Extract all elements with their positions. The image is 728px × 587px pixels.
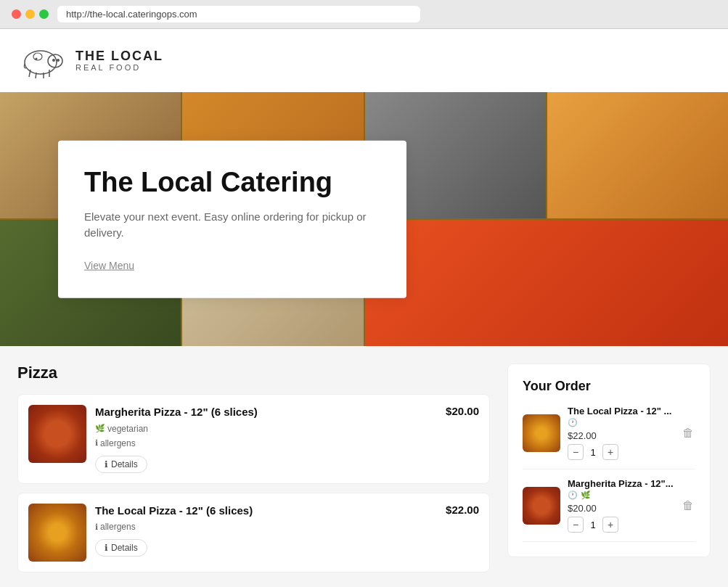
fullscreen-button[interactable]	[39, 9, 49, 19]
margherita-allergens: ℹ allergens	[95, 438, 479, 448]
order-local-pizza-price: $22.00	[568, 430, 674, 441]
allergens-tag-1: ℹ allergens	[95, 438, 136, 448]
browser-chrome: http://the-local.cateringops.com	[0, 0, 728, 29]
details-label-2: Details	[111, 543, 138, 553]
allergens-label-1: allergens	[100, 438, 136, 448]
food-tile-7	[365, 220, 729, 346]
svg-point-3	[52, 59, 55, 62]
hero-subtitle: Elevate your next event. Easy online ord…	[84, 208, 375, 241]
logo-main-text: THE LOCAL	[75, 49, 163, 64]
details-label-1: Details	[111, 459, 138, 469]
order-margherita-meta: 🕐 🌿	[568, 490, 674, 500]
address-bar[interactable]: http://the-local.cateringops.com	[57, 6, 420, 22]
decrease-qty-local-pizza[interactable]: −	[568, 444, 584, 460]
margherita-details: Margherita Pizza - 12" (6 slices) $20.00…	[95, 405, 479, 473]
order-sidebar: Your Order The Local Pizza - 12" ... 🕐 $…	[507, 364, 711, 572]
view-menu-button[interactable]: View Menu	[84, 259, 134, 271]
order-local-pizza-meta: 🕐	[568, 418, 674, 427]
margherita-price: $20.00	[446, 405, 479, 417]
order-card: Your Order The Local Pizza - 12" ... 🕐 $…	[507, 364, 711, 557]
order-items-list: The Local Pizza - 12" ... 🕐 $22.00 − 1 +	[523, 406, 695, 542]
order-local-pizza-image	[523, 414, 560, 452]
logo-text-area: THE LOCAL REAL Food	[75, 49, 163, 73]
qty-margherita: 1	[588, 520, 598, 530]
menu-section: Pizza Margherita Pizza - 12" (6 slices) …	[17, 364, 490, 572]
margherita-tags: 🌿 vegetarian	[95, 424, 479, 434]
page: THE LOCAL REAL Food The Local Catering E…	[0, 29, 728, 587]
local-pizza-price: $22.00	[446, 504, 479, 516]
close-button[interactable]	[12, 9, 21, 19]
hero-card: The Local Catering Elevate your next eve…	[58, 141, 406, 298]
local-pizza-name: The Local Pizza - 12" (6 slices)	[95, 504, 253, 518]
increase-qty-margherita[interactable]: +	[602, 517, 618, 533]
delete-margherita[interactable]: 🗑	[681, 498, 695, 514]
decrease-qty-margherita[interactable]: −	[568, 517, 584, 533]
order-margherita-image	[523, 487, 560, 525]
qty-local-pizza: 1	[588, 447, 598, 458]
svg-point-4	[33, 53, 42, 60]
clock-icon-2: 🕐	[568, 490, 578, 500]
hero-title: The Local Catering	[84, 167, 375, 199]
clock-icon-1: 🕐	[568, 418, 578, 427]
vegetarian-tag: 🌿 vegetarian	[95, 424, 148, 434]
order-title: Your Order	[523, 379, 695, 394]
site-header: THE LOCAL REAL Food	[0, 29, 728, 92]
food-tile-4	[547, 92, 728, 218]
allergens-label-2: allergens	[100, 522, 136, 532]
details-icon-2: ℹ	[105, 543, 108, 553]
order-margherita-details: Margherita Pizza - 12"... 🕐 🌿 $20.00 − 1…	[568, 478, 674, 533]
minimize-button[interactable]	[25, 9, 35, 19]
order-item-local-pizza: The Local Pizza - 12" ... 🕐 $22.00 − 1 +	[523, 406, 695, 469]
local-pizza-allergens: ℹ allergens	[95, 522, 479, 532]
order-local-pizza-details: The Local Pizza - 12" ... 🕐 $22.00 − 1 +	[568, 406, 674, 460]
local-pizza-header: The Local Pizza - 12" (6 slices) $22.00	[95, 504, 479, 518]
local-pizza-details-button[interactable]: ℹ Details	[95, 539, 147, 557]
vegetarian-label: vegetarian	[107, 424, 148, 434]
traffic-lights	[12, 9, 49, 19]
order-local-pizza-qty-control: − 1 +	[568, 444, 674, 460]
info-icon-1: ℹ	[95, 438, 98, 448]
svg-line-6	[36, 73, 36, 78]
leaf-icon: 🌿	[95, 424, 105, 433]
allergens-tag-2: ℹ allergens	[95, 522, 136, 532]
menu-items-list: Margherita Pizza - 12" (6 slices) $20.00…	[17, 394, 490, 572]
leaf-icon-2: 🌿	[581, 490, 591, 500]
order-local-pizza-name: The Local Pizza - 12" ...	[568, 406, 674, 416]
menu-item-margherita: Margherita Pizza - 12" (6 slices) $20.00…	[17, 394, 490, 484]
logo-icon	[17, 41, 68, 81]
local-pizza-details: The Local Pizza - 12" (6 slices) $22.00 …	[95, 504, 479, 557]
svg-point-2	[57, 59, 60, 62]
logo-sub-text: REAL Food	[75, 63, 163, 72]
order-item-margherita: Margherita Pizza - 12"... 🕐 🌿 $20.00 − 1…	[523, 478, 695, 542]
order-margherita-price: $20.00	[568, 503, 674, 514]
margherita-pizza-image	[28, 405, 86, 463]
logo-area: THE LOCAL REAL Food	[17, 41, 711, 81]
svg-point-9	[36, 58, 38, 60]
section-title: Pizza	[17, 364, 490, 382]
delete-local-pizza[interactable]: 🗑	[681, 425, 695, 441]
order-margherita-name: Margherita Pizza - 12"...	[568, 478, 674, 489]
svg-point-1	[48, 54, 62, 67]
main-content: Pizza Margherita Pizza - 12" (6 slices) …	[0, 346, 728, 587]
margherita-details-button[interactable]: ℹ Details	[95, 456, 147, 473]
details-icon-1: ℹ	[105, 459, 108, 469]
menu-item-local-pizza: The Local Pizza - 12" (6 slices) $22.00 …	[17, 493, 490, 572]
margherita-name: Margherita Pizza - 12" (6 slices)	[95, 405, 258, 419]
local-pizza-image	[28, 504, 86, 562]
increase-qty-local-pizza[interactable]: +	[602, 444, 618, 460]
hero-section: The Local Catering Elevate your next eve…	[0, 92, 728, 346]
info-icon-2: ℹ	[95, 522, 98, 532]
order-margherita-qty-control: − 1 +	[568, 517, 674, 533]
margherita-header: Margherita Pizza - 12" (6 slices) $20.00	[95, 405, 479, 419]
